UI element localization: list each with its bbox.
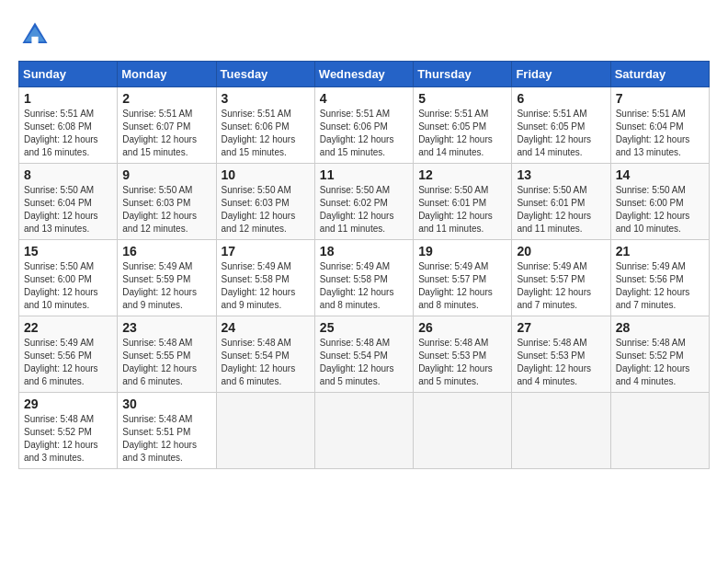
calendar-cell: 3Sunrise: 5:51 AMSunset: 6:06 PMDaylight… [216, 87, 314, 164]
day-info: Sunrise: 5:51 AMSunset: 6:05 PMDaylight:… [418, 108, 506, 159]
calendar-cell: 2Sunrise: 5:51 AMSunset: 6:07 PMDaylight… [118, 87, 216, 164]
day-info: Sunrise: 5:49 AMSunset: 5:59 PMDaylight:… [122, 260, 210, 312]
calendar-table: SundayMondayTuesdayWednesdayThursdayFrid… [18, 61, 710, 469]
day-info: Sunrise: 5:49 AMSunset: 5:58 PMDaylight:… [222, 260, 310, 312]
day-number: 30 [122, 396, 210, 411]
day-info: Sunrise: 5:51 AMSunset: 6:07 PMDaylight:… [122, 108, 210, 159]
calendar-cell: 16Sunrise: 5:49 AMSunset: 5:59 PMDayligh… [118, 240, 216, 316]
day-number: 13 [517, 167, 605, 182]
svg-rect-2 [31, 37, 38, 43]
day-info: Sunrise: 5:49 AMSunset: 5:56 PMDaylight:… [616, 260, 704, 312]
day-info: Sunrise: 5:51 AMSunset: 6:05 PMDaylight:… [517, 108, 605, 159]
day-number: 8 [24, 167, 112, 182]
day-number: 6 [517, 91, 605, 106]
weekday-header: Sunday [19, 62, 118, 87]
day-info: Sunrise: 5:48 AMSunset: 5:53 PMDaylight:… [517, 337, 605, 388]
day-number: 14 [616, 167, 704, 182]
logo [18, 18, 57, 52]
calendar-cell: 12Sunrise: 5:50 AMSunset: 6:01 PMDayligh… [414, 164, 512, 240]
calendar-cell: 14Sunrise: 5:50 AMSunset: 6:00 PMDayligh… [610, 164, 709, 240]
calendar-cell: 11Sunrise: 5:50 AMSunset: 6:02 PMDayligh… [314, 164, 413, 240]
day-number: 19 [418, 244, 506, 259]
day-number: 2 [122, 91, 210, 106]
calendar-cell: 19Sunrise: 5:49 AMSunset: 5:57 PMDayligh… [414, 240, 512, 316]
day-info: Sunrise: 5:49 AMSunset: 5:57 PMDaylight:… [517, 260, 605, 312]
calendar-cell [512, 393, 610, 469]
day-info: Sunrise: 5:48 AMSunset: 5:54 PMDaylight:… [222, 337, 310, 388]
calendar-cell: 13Sunrise: 5:50 AMSunset: 6:01 PMDayligh… [512, 164, 610, 240]
calendar-cell: 5Sunrise: 5:51 AMSunset: 6:05 PMDaylight… [414, 87, 512, 164]
calendar-cell: 23Sunrise: 5:48 AMSunset: 5:55 PMDayligh… [118, 316, 216, 393]
day-number: 18 [320, 244, 408, 259]
day-number: 9 [122, 167, 210, 182]
day-number: 26 [418, 320, 506, 335]
calendar-cell: 30Sunrise: 5:48 AMSunset: 5:51 PMDayligh… [118, 393, 216, 469]
day-info: Sunrise: 5:51 AMSunset: 6:06 PMDaylight:… [320, 108, 408, 159]
calendar-cell [610, 393, 709, 469]
calendar-cell: 22Sunrise: 5:49 AMSunset: 5:56 PMDayligh… [19, 316, 118, 393]
weekday-header: Wednesday [314, 62, 413, 87]
day-info: Sunrise: 5:48 AMSunset: 5:52 PMDaylight:… [616, 337, 704, 388]
weekday-header-row: SundayMondayTuesdayWednesdayThursdayFrid… [19, 62, 710, 87]
day-info: Sunrise: 5:48 AMSunset: 5:53 PMDaylight:… [418, 337, 506, 388]
day-info: Sunrise: 5:51 AMSunset: 6:08 PMDaylight:… [24, 108, 112, 159]
day-number: 16 [122, 244, 210, 259]
logo-icon [18, 18, 51, 52]
weekday-header: Thursday [414, 62, 512, 87]
weekday-header: Saturday [610, 62, 709, 87]
day-number: 29 [24, 396, 112, 411]
calendar-cell: 26Sunrise: 5:48 AMSunset: 5:53 PMDayligh… [414, 316, 512, 393]
calendar-cell: 27Sunrise: 5:48 AMSunset: 5:53 PMDayligh… [512, 316, 610, 393]
calendar-cell: 24Sunrise: 5:48 AMSunset: 5:54 PMDayligh… [216, 316, 314, 393]
calendar-cell: 29Sunrise: 5:48 AMSunset: 5:52 PMDayligh… [19, 393, 118, 469]
day-number: 24 [222, 320, 310, 335]
day-number: 21 [616, 244, 704, 259]
day-number: 27 [517, 320, 605, 335]
calendar-cell: 9Sunrise: 5:50 AMSunset: 6:03 PMDaylight… [118, 164, 216, 240]
calendar-cell [216, 393, 314, 469]
calendar-cell: 25Sunrise: 5:48 AMSunset: 5:54 PMDayligh… [314, 316, 413, 393]
day-number: 25 [320, 320, 408, 335]
page-header [18, 18, 710, 52]
day-info: Sunrise: 5:49 AMSunset: 5:58 PMDaylight:… [320, 260, 408, 312]
day-info: Sunrise: 5:50 AMSunset: 6:00 PMDaylight:… [24, 260, 112, 312]
calendar-cell: 28Sunrise: 5:48 AMSunset: 5:52 PMDayligh… [610, 316, 709, 393]
calendar-cell: 1Sunrise: 5:51 AMSunset: 6:08 PMDaylight… [19, 87, 118, 164]
calendar-cell: 6Sunrise: 5:51 AMSunset: 6:05 PMDaylight… [512, 87, 610, 164]
calendar-cell: 10Sunrise: 5:50 AMSunset: 6:03 PMDayligh… [216, 164, 314, 240]
day-number: 1 [24, 91, 112, 106]
calendar-week-row: 29Sunrise: 5:48 AMSunset: 5:52 PMDayligh… [19, 393, 710, 469]
day-info: Sunrise: 5:50 AMSunset: 6:02 PMDaylight:… [320, 184, 408, 236]
calendar-cell [314, 393, 413, 469]
day-info: Sunrise: 5:50 AMSunset: 6:00 PMDaylight:… [616, 184, 704, 236]
day-info: Sunrise: 5:50 AMSunset: 6:01 PMDaylight:… [517, 184, 605, 236]
day-info: Sunrise: 5:50 AMSunset: 6:01 PMDaylight:… [418, 184, 506, 236]
calendar-cell: 17Sunrise: 5:49 AMSunset: 5:58 PMDayligh… [216, 240, 314, 316]
day-number: 12 [418, 167, 506, 182]
calendar-week-row: 15Sunrise: 5:50 AMSunset: 6:00 PMDayligh… [19, 240, 710, 316]
calendar-cell: 15Sunrise: 5:50 AMSunset: 6:00 PMDayligh… [19, 240, 118, 316]
day-info: Sunrise: 5:48 AMSunset: 5:54 PMDaylight:… [320, 337, 408, 388]
day-number: 11 [320, 167, 408, 182]
day-number: 4 [320, 91, 408, 106]
day-number: 28 [616, 320, 704, 335]
weekday-header: Friday [512, 62, 610, 87]
calendar-cell: 21Sunrise: 5:49 AMSunset: 5:56 PMDayligh… [610, 240, 709, 316]
day-number: 7 [616, 91, 704, 106]
day-number: 17 [222, 244, 310, 259]
calendar-cell: 4Sunrise: 5:51 AMSunset: 6:06 PMDaylight… [314, 87, 413, 164]
calendar-cell: 7Sunrise: 5:51 AMSunset: 6:04 PMDaylight… [610, 87, 709, 164]
weekday-header: Tuesday [216, 62, 314, 87]
calendar-week-row: 22Sunrise: 5:49 AMSunset: 5:56 PMDayligh… [19, 316, 710, 393]
day-number: 22 [24, 320, 112, 335]
day-number: 15 [24, 244, 112, 259]
day-number: 23 [122, 320, 210, 335]
calendar-week-row: 8Sunrise: 5:50 AMSunset: 6:04 PMDaylight… [19, 164, 710, 240]
day-info: Sunrise: 5:48 AMSunset: 5:55 PMDaylight:… [122, 337, 210, 388]
weekday-header: Monday [118, 62, 216, 87]
calendar-cell: 20Sunrise: 5:49 AMSunset: 5:57 PMDayligh… [512, 240, 610, 316]
day-info: Sunrise: 5:49 AMSunset: 5:56 PMDaylight:… [24, 337, 112, 388]
day-number: 10 [222, 167, 310, 182]
day-info: Sunrise: 5:51 AMSunset: 6:06 PMDaylight:… [222, 108, 310, 159]
day-info: Sunrise: 5:50 AMSunset: 6:03 PMDaylight:… [122, 184, 210, 236]
